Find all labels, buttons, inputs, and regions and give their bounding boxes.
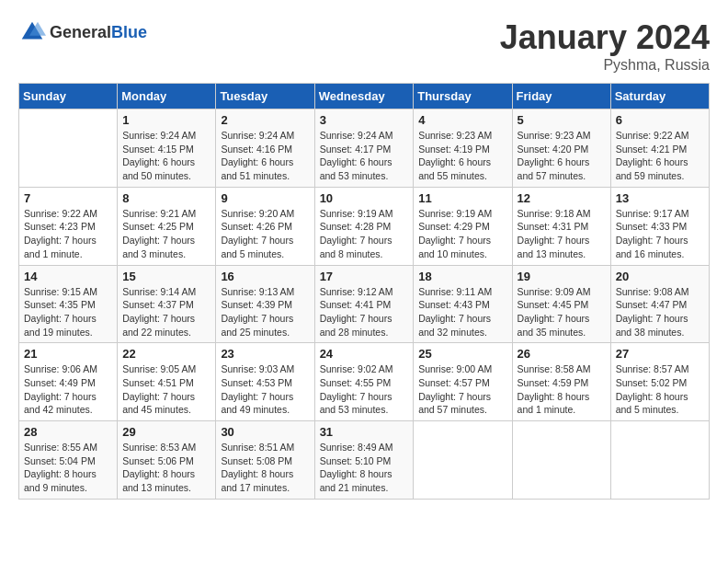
day-info: Sunrise: 9:17 AMSunset: 4:33 PMDaylight:… xyxy=(616,207,704,261)
day-info: Sunrise: 9:09 AMSunset: 4:45 PMDaylight:… xyxy=(518,285,606,339)
day-number: 19 xyxy=(518,270,606,283)
day-number: 8 xyxy=(122,191,210,205)
day-number: 29 xyxy=(122,425,210,439)
day-number: 1 xyxy=(122,113,210,127)
day-number: 4 xyxy=(418,113,506,127)
day-cell: 25Sunrise: 9:00 AMSunset: 4:57 PMDayligh… xyxy=(414,343,512,421)
day-number: 30 xyxy=(221,425,309,439)
day-number: 6 xyxy=(616,113,704,127)
logo-icon xyxy=(18,18,46,46)
day-cell: 10Sunrise: 9:19 AMSunset: 4:28 PMDayligh… xyxy=(314,187,414,265)
day-cell: 21Sunrise: 9:06 AMSunset: 4:49 PMDayligh… xyxy=(19,343,118,421)
weekday-header-thursday: Thursday xyxy=(414,84,512,109)
day-info: Sunrise: 9:13 AMSunset: 4:39 PMDaylight:… xyxy=(221,285,309,339)
day-cell: 5Sunrise: 9:23 AMSunset: 4:20 PMDaylight… xyxy=(512,109,610,188)
title-area: January 2024 Pyshma, Russia xyxy=(500,18,710,74)
day-cell: 23Sunrise: 9:03 AMSunset: 4:53 PMDayligh… xyxy=(216,343,314,421)
day-info: Sunrise: 9:18 AMSunset: 4:31 PMDaylight:… xyxy=(518,207,606,261)
day-info: Sunrise: 9:22 AMSunset: 4:23 PMDaylight:… xyxy=(24,207,112,261)
week-row-1: 1Sunrise: 9:24 AMSunset: 4:15 PMDaylight… xyxy=(19,109,710,188)
day-cell: 29Sunrise: 8:53 AMSunset: 5:06 PMDayligh… xyxy=(118,421,216,500)
day-cell: 27Sunrise: 8:57 AMSunset: 5:02 PMDayligh… xyxy=(610,343,709,421)
day-number: 12 xyxy=(518,191,606,205)
weekday-header-row: SundayMondayTuesdayWednesdayThursdayFrid… xyxy=(19,84,710,109)
day-number: 31 xyxy=(320,425,409,439)
weekday-header-monday: Monday xyxy=(118,84,216,109)
month-title: January 2024 xyxy=(500,18,710,57)
day-number: 16 xyxy=(221,270,309,283)
week-row-4: 21Sunrise: 9:06 AMSunset: 4:49 PMDayligh… xyxy=(19,343,710,421)
day-cell: 22Sunrise: 9:05 AMSunset: 4:51 PMDayligh… xyxy=(118,343,216,421)
day-cell: 6Sunrise: 9:22 AMSunset: 4:21 PMDaylight… xyxy=(610,109,709,188)
weekday-header-sunday: Sunday xyxy=(19,84,118,109)
day-number: 14 xyxy=(24,270,112,283)
day-cell xyxy=(414,421,512,500)
day-number: 18 xyxy=(418,270,506,283)
day-info: Sunrise: 9:23 AMSunset: 4:20 PMDaylight:… xyxy=(518,129,606,183)
week-row-2: 7Sunrise: 9:22 AMSunset: 4:23 PMDaylight… xyxy=(19,187,710,265)
day-cell: 4Sunrise: 9:23 AMSunset: 4:19 PMDaylight… xyxy=(414,109,512,188)
logo-text-blue: Blue xyxy=(111,23,147,42)
day-info: Sunrise: 9:19 AMSunset: 4:29 PMDaylight:… xyxy=(418,207,506,261)
day-cell: 8Sunrise: 9:21 AMSunset: 4:25 PMDaylight… xyxy=(118,187,216,265)
day-info: Sunrise: 8:51 AMSunset: 5:08 PMDaylight:… xyxy=(221,441,309,495)
day-cell: 9Sunrise: 9:20 AMSunset: 4:26 PMDaylight… xyxy=(216,187,314,265)
day-cell: 30Sunrise: 8:51 AMSunset: 5:08 PMDayligh… xyxy=(216,421,314,500)
day-cell xyxy=(610,421,709,500)
day-info: Sunrise: 9:24 AMSunset: 4:17 PMDaylight:… xyxy=(320,129,409,183)
day-info: Sunrise: 9:06 AMSunset: 4:49 PMDaylight:… xyxy=(24,362,112,417)
day-number: 13 xyxy=(616,191,704,205)
day-cell: 19Sunrise: 9:09 AMSunset: 4:45 PMDayligh… xyxy=(512,265,610,343)
day-number: 10 xyxy=(320,191,409,205)
day-cell: 11Sunrise: 9:19 AMSunset: 4:29 PMDayligh… xyxy=(414,187,512,265)
day-number: 5 xyxy=(518,113,606,127)
day-info: Sunrise: 9:12 AMSunset: 4:41 PMDaylight:… xyxy=(320,285,409,339)
day-cell: 13Sunrise: 9:17 AMSunset: 4:33 PMDayligh… xyxy=(610,187,709,265)
logo-text-general: General xyxy=(50,23,111,42)
day-cell: 7Sunrise: 9:22 AMSunset: 4:23 PMDaylight… xyxy=(19,187,118,265)
day-info: Sunrise: 9:24 AMSunset: 4:16 PMDaylight:… xyxy=(221,129,309,183)
day-number: 11 xyxy=(418,191,506,205)
day-info: Sunrise: 9:02 AMSunset: 4:55 PMDaylight:… xyxy=(320,362,409,417)
day-info: Sunrise: 9:11 AMSunset: 4:43 PMDaylight:… xyxy=(418,285,506,339)
day-number: 15 xyxy=(122,270,210,283)
day-cell: 14Sunrise: 9:15 AMSunset: 4:35 PMDayligh… xyxy=(19,265,118,343)
weekday-header-friday: Friday xyxy=(512,84,610,109)
day-info: Sunrise: 9:15 AMSunset: 4:35 PMDaylight:… xyxy=(24,285,112,339)
day-cell xyxy=(19,109,118,188)
header: General Blue January 2024 Pyshma, Russia xyxy=(18,18,710,74)
day-info: Sunrise: 9:03 AMSunset: 4:53 PMDaylight:… xyxy=(221,362,309,417)
day-info: Sunrise: 9:21 AMSunset: 4:25 PMDaylight:… xyxy=(122,207,210,261)
day-cell: 15Sunrise: 9:14 AMSunset: 4:37 PMDayligh… xyxy=(118,265,216,343)
day-cell: 1Sunrise: 9:24 AMSunset: 4:15 PMDaylight… xyxy=(118,109,216,188)
day-info: Sunrise: 9:00 AMSunset: 4:57 PMDaylight:… xyxy=(418,362,506,417)
day-cell: 28Sunrise: 8:55 AMSunset: 5:04 PMDayligh… xyxy=(19,421,118,500)
day-cell: 20Sunrise: 9:08 AMSunset: 4:47 PMDayligh… xyxy=(610,265,709,343)
weekday-header-wednesday: Wednesday xyxy=(314,84,414,109)
day-cell: 24Sunrise: 9:02 AMSunset: 4:55 PMDayligh… xyxy=(314,343,414,421)
day-info: Sunrise: 8:53 AMSunset: 5:06 PMDaylight:… xyxy=(122,441,210,495)
day-number: 26 xyxy=(518,347,606,361)
day-cell: 26Sunrise: 8:58 AMSunset: 4:59 PMDayligh… xyxy=(512,343,610,421)
day-cell: 12Sunrise: 9:18 AMSunset: 4:31 PMDayligh… xyxy=(512,187,610,265)
day-cell: 17Sunrise: 9:12 AMSunset: 4:41 PMDayligh… xyxy=(314,265,414,343)
day-info: Sunrise: 9:24 AMSunset: 4:15 PMDaylight:… xyxy=(122,129,210,183)
day-cell xyxy=(512,421,610,500)
day-info: Sunrise: 8:57 AMSunset: 5:02 PMDaylight:… xyxy=(616,362,704,417)
day-info: Sunrise: 8:55 AMSunset: 5:04 PMDaylight:… xyxy=(24,441,112,495)
day-number: 17 xyxy=(320,270,409,283)
weekday-header-saturday: Saturday xyxy=(610,84,709,109)
day-info: Sunrise: 8:58 AMSunset: 4:59 PMDaylight:… xyxy=(518,362,606,417)
day-number: 23 xyxy=(221,347,309,361)
day-cell: 31Sunrise: 8:49 AMSunset: 5:10 PMDayligh… xyxy=(314,421,414,500)
day-info: Sunrise: 8:49 AMSunset: 5:10 PMDaylight:… xyxy=(320,441,409,495)
day-number: 2 xyxy=(221,113,309,127)
day-info: Sunrise: 9:19 AMSunset: 4:28 PMDaylight:… xyxy=(320,207,409,261)
logo: General Blue xyxy=(18,18,147,46)
day-info: Sunrise: 9:22 AMSunset: 4:21 PMDaylight:… xyxy=(616,129,704,183)
day-number: 28 xyxy=(24,425,112,439)
day-number: 24 xyxy=(320,347,409,361)
week-row-5: 28Sunrise: 8:55 AMSunset: 5:04 PMDayligh… xyxy=(19,421,710,500)
day-info: Sunrise: 9:23 AMSunset: 4:19 PMDaylight:… xyxy=(418,129,506,183)
calendar: SundayMondayTuesdayWednesdayThursdayFrid… xyxy=(18,83,710,500)
